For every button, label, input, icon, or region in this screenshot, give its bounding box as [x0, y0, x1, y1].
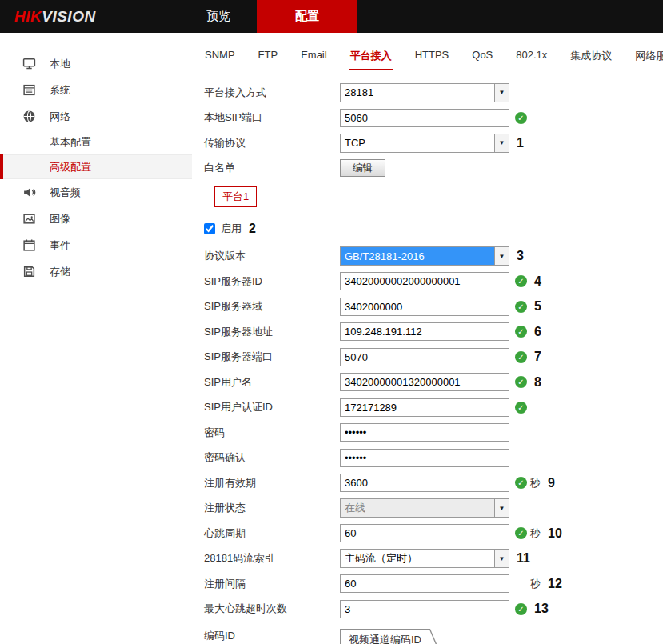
- platform-access-mode-select[interactable]: 28181 ▼: [340, 83, 509, 102]
- sidebar-item-advanced-config[interactable]: 高级配置: [0, 154, 192, 179]
- image-icon: [22, 212, 36, 226]
- annotation-number: 9: [548, 476, 555, 490]
- field-label: 密码确认: [204, 450, 340, 465]
- register-interval-input[interactable]: [340, 574, 509, 593]
- storage-disk-icon: [22, 265, 36, 278]
- tab-qos[interactable]: QoS: [471, 44, 493, 70]
- select-value: TCP: [341, 134, 494, 152]
- sidebar-item-system[interactable]: 系统: [0, 77, 192, 103]
- valid-check-icon: ✓: [515, 402, 527, 414]
- form-row: 平台接入方式 28181 ▼: [204, 80, 663, 106]
- annotation-number: 8: [534, 375, 541, 390]
- sip-server-port-input[interactable]: [340, 348, 509, 366]
- tab-platform-access[interactable]: 平台接入: [349, 44, 393, 70]
- sidebar-item-network[interactable]: 网络: [0, 103, 192, 130]
- heartbeat-interval-input[interactable]: [340, 524, 509, 542]
- sip-server-domain-input[interactable]: [340, 298, 509, 316]
- sidebar-item-storage[interactable]: 存储: [0, 258, 192, 285]
- form-row: 密码: [204, 420, 663, 446]
- field-label: SIP用户名: [204, 375, 340, 390]
- nav-preview[interactable]: 预览: [180, 0, 257, 33]
- annotation-number: 7: [534, 350, 541, 364]
- form-row: 编码ID 视频通道编码ID: [204, 629, 663, 644]
- valid-check-icon: ✓: [515, 326, 527, 338]
- tab-snmp[interactable]: SNMP: [204, 44, 236, 70]
- form-row: 本地SIP端口 ✓: [204, 106, 663, 131]
- sidebar-item-label: 基本配置: [50, 135, 91, 150]
- transport-protocol-select[interactable]: TCP ▼: [340, 134, 509, 153]
- unit-label: 秒: [530, 526, 541, 541]
- stream-index-select[interactable]: 主码流（定时） ▼: [340, 549, 509, 568]
- field-label: 本地SIP端口: [204, 110, 340, 125]
- valid-check-icon: ✓: [515, 112, 527, 124]
- field-label: 28181码流索引: [204, 551, 340, 566]
- sidebar-item-audio-video[interactable]: 视音频: [0, 179, 192, 206]
- sip-username-input[interactable]: [340, 373, 509, 391]
- form-row: 密码确认: [204, 446, 663, 471]
- field-label: SIP服务器ID: [204, 274, 340, 289]
- form-row: SIP服务器ID ✓ 4: [204, 269, 663, 294]
- annotation-number: 2: [249, 222, 256, 236]
- whitelist-edit-button[interactable]: 编辑: [340, 159, 385, 177]
- max-heartbeat-timeout-input[interactable]: [340, 600, 509, 618]
- form-row: 白名单 编辑: [204, 156, 663, 182]
- network-globe-icon: [22, 110, 36, 123]
- sip-auth-id-input[interactable]: [340, 398, 509, 417]
- sidebar-item-label: 本地: [50, 57, 70, 71]
- tab-integration-protocol[interactable]: 集成协议: [569, 44, 613, 70]
- local-sip-port-input[interactable]: [340, 109, 509, 127]
- field-label: 心跳周期: [204, 526, 340, 541]
- chevron-down-icon: ▼: [494, 247, 509, 265]
- sidebar-item-label: 存储: [50, 265, 70, 279]
- field-label: 编码ID: [204, 629, 340, 643]
- system-icon: [22, 83, 36, 97]
- sidebar-item-image[interactable]: 图像: [0, 206, 192, 232]
- sidebar-item-event[interactable]: 事件: [0, 232, 192, 258]
- password-input[interactable]: [340, 423, 509, 442]
- tab-https[interactable]: HTTPS: [414, 44, 450, 70]
- register-validity-input[interactable]: [340, 474, 509, 492]
- select-value: 28181: [341, 84, 494, 102]
- select-value: GB/T28181-2016: [341, 247, 494, 265]
- tab-network-service[interactable]: 网络服务: [634, 44, 663, 70]
- logo-hik-text: HIK: [14, 8, 42, 26]
- enable-checkbox[interactable]: [204, 223, 215, 234]
- platform1-tab[interactable]: 平台1: [214, 186, 257, 207]
- unit-label: 秒: [530, 577, 541, 591]
- password-confirm-input[interactable]: [340, 449, 509, 467]
- form-row: 注册间隔 秒 12: [204, 571, 663, 597]
- sip-server-id-input[interactable]: [340, 272, 509, 290]
- sidebar: 本地 系统 网络 基本配置 高级配置 视音频: [0, 33, 192, 644]
- tab-email[interactable]: Email: [300, 44, 328, 70]
- form-row: 协议版本 GB/T28181-2016 ▼ 3: [204, 244, 663, 270]
- form-row: SIP服务器端口 ✓ 7: [204, 345, 663, 370]
- form-row: SIP服务器地址 ✓ 6: [204, 319, 663, 345]
- hikvision-logo: HIKVISION: [0, 0, 180, 33]
- sip-server-address-input[interactable]: [340, 322, 509, 341]
- protocol-version-select[interactable]: GB/T28181-2016 ▼: [340, 246, 509, 266]
- tab-ftp[interactable]: FTP: [258, 44, 279, 70]
- field-label: 注册间隔: [204, 577, 340, 591]
- annotation-number: 6: [534, 325, 541, 339]
- main-content: SNMP FTP Email 平台接入 HTTPS QoS 802.1x 集成协…: [192, 33, 663, 644]
- valid-check-icon: ✓: [515, 351, 527, 363]
- unit-label: 秒: [530, 476, 541, 490]
- sidebar-item-label: 高级配置: [50, 160, 91, 174]
- annotation-number: 5: [534, 299, 541, 314]
- form-row: 最大心跳超时次数 ✓ 13: [204, 597, 663, 622]
- sidebar-item-local[interactable]: 本地: [0, 50, 192, 77]
- field-label: SIP服务器地址: [204, 325, 340, 339]
- video-channel-encode-id-tab[interactable]: 视频通道编码ID: [340, 629, 440, 644]
- annotation-number: 13: [534, 602, 549, 616]
- valid-check-icon: ✓: [515, 275, 527, 287]
- nav-configuration[interactable]: 配置: [257, 0, 357, 33]
- video-channel-encode-id-tab-label: 视频通道编码ID: [341, 630, 439, 644]
- tab-8021x[interactable]: 802.1x: [515, 44, 548, 70]
- field-label: 平台接入方式: [204, 86, 340, 100]
- field-label: 最大心跳超时次数: [204, 602, 340, 616]
- sidebar-item-label: 图像: [50, 212, 70, 226]
- annotation-number: 10: [548, 526, 562, 541]
- audio-video-icon: [22, 186, 36, 199]
- form-row: 心跳周期 ✓ 秒 10: [204, 521, 663, 546]
- sidebar-item-basic-config[interactable]: 基本配置: [0, 130, 192, 154]
